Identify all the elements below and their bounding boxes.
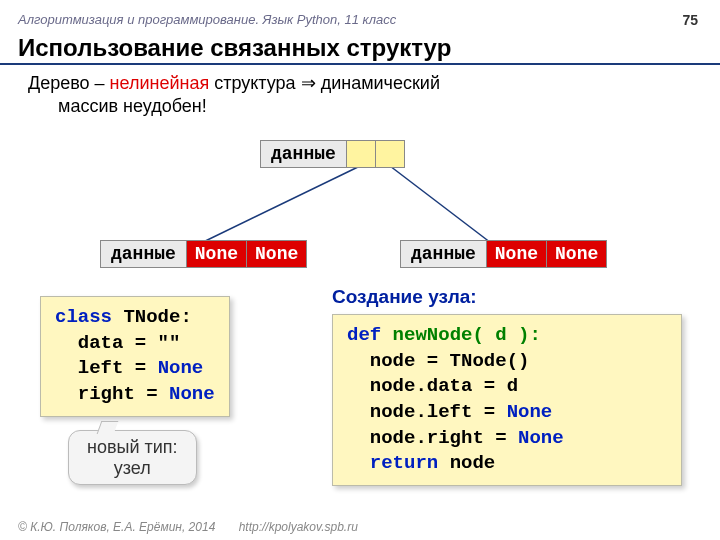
callout-new-type: новый тип: узел <box>68 430 197 485</box>
create-node-heading: Создание узла: <box>332 286 477 308</box>
subtitle: Дерево – нелинейная структура ⇒ динамиче… <box>28 72 440 119</box>
callout-line1: новый тип: <box>87 437 178 457</box>
literal-none: None <box>158 357 204 379</box>
code-line: node.data = d <box>347 375 518 397</box>
tree-left-leaf: данные None None <box>100 240 307 268</box>
footer-url: http://kpolyakov.spb.ru <box>239 520 358 534</box>
leaf-right-none: None <box>547 241 606 267</box>
code-line: node.right = <box>347 427 518 449</box>
subtitle-rest1: структура ⇒ динамический <box>209 73 440 93</box>
svg-line-1 <box>390 166 495 246</box>
code-line: node.left = <box>347 401 507 423</box>
footer: © К.Ю. Поляков, Е.А. Ерёмин, 2014 http:/… <box>18 520 358 534</box>
class-name: TNode: <box>112 306 192 328</box>
page-title: Использование связанных структур <box>18 34 451 62</box>
leaf-data-cell: данные <box>101 241 187 267</box>
literal-none: None <box>507 401 553 423</box>
class-definition-code: class TNode: data = "" left = None right… <box>40 296 230 417</box>
tree-right-leaf: данные None None <box>400 240 607 268</box>
code-line: node <box>438 452 495 474</box>
code-line: data = "" <box>55 332 180 354</box>
keyword-class: class <box>55 306 112 328</box>
code-line <box>347 452 370 474</box>
func-name: newNode( d ): <box>381 324 541 346</box>
callout-line2: узел <box>114 458 151 478</box>
literal-none: None <box>518 427 564 449</box>
copyright: © К.Ю. Поляков, Е.А. Ерёмин, 2014 <box>18 520 215 534</box>
leaf-left-none: None <box>187 241 247 267</box>
keyword-def: def <box>347 324 381 346</box>
leaf-right-none: None <box>247 241 306 267</box>
svg-line-0 <box>195 166 360 246</box>
subtitle-rest2: массив неудобен! <box>58 96 207 116</box>
code-line: left = <box>55 357 158 379</box>
page-number: 75 <box>682 12 698 28</box>
tree-root-node: данные <box>260 140 405 168</box>
code-line: right = <box>55 383 169 405</box>
root-data-cell: данные <box>261 141 347 167</box>
function-definition-code: def newNode( d ): node = TNode() node.da… <box>332 314 682 486</box>
title-underline <box>0 63 720 65</box>
leaf-data-cell: данные <box>401 241 487 267</box>
subtitle-emph: нелинейная <box>110 73 210 93</box>
subtitle-lead: Дерево – <box>28 73 110 93</box>
keyword-return: return <box>370 452 438 474</box>
literal-none: None <box>169 383 215 405</box>
leaf-left-none: None <box>487 241 547 267</box>
code-line: node = TNode() <box>347 350 529 372</box>
root-left-pointer <box>347 141 376 167</box>
root-right-pointer <box>376 141 404 167</box>
course-header: Алгоритмизация и программирование. Язык … <box>18 12 396 27</box>
